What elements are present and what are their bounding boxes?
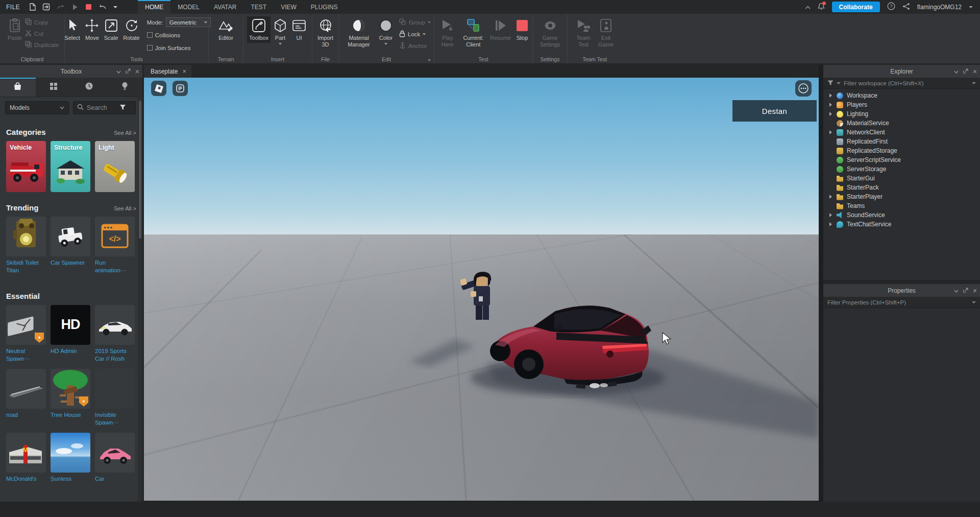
terrain-editor-button[interactable]: Editor <box>216 16 236 43</box>
asset-neutral-spawn[interactable]: ✦ Neutral Spawn··· <box>6 305 46 363</box>
tree-item-replicatedstorage[interactable]: ReplicatedStorage <box>823 146 980 155</box>
game-settings-button[interactable]: Game Settings <box>535 16 565 49</box>
lock-button[interactable]: Lock <box>399 29 431 39</box>
tree-item-players[interactable]: Players <box>823 100 980 109</box>
filter-funnel-icon[interactable] <box>119 103 126 112</box>
tree-item-starterplayer[interactable]: StarterPlayer <box>823 192 980 201</box>
tab-avatar[interactable]: AVATAR <box>207 0 243 14</box>
collapse-ribbon-icon[interactable] <box>805 4 811 11</box>
collisions-checkbox-row[interactable]: Collisions <box>147 30 211 40</box>
panel-splitter[interactable] <box>819 65 823 502</box>
category-card-vehicle[interactable]: Vehicle <box>6 141 46 192</box>
open-file-icon[interactable] <box>42 3 50 11</box>
expand-arrow-icon[interactable] <box>827 130 834 134</box>
tab-view[interactable]: VIEW <box>274 0 304 14</box>
expand-arrow-icon[interactable] <box>827 112 834 116</box>
player-avatar[interactable] <box>460 271 499 331</box>
tree-item-serverstorage[interactable]: ServerStorage <box>823 165 980 174</box>
properties-float-icon[interactable] <box>963 287 968 294</box>
collisions-checkbox[interactable] <box>147 32 153 38</box>
redo-icon[interactable] <box>57 4 65 11</box>
tree-item-serverscriptservice[interactable]: ServerScriptService <box>823 155 980 165</box>
car-model[interactable] <box>480 284 653 391</box>
team-test-button[interactable]: Team Test <box>573 16 594 49</box>
play-quick-icon[interactable] <box>71 4 79 11</box>
asset-mcdonalds[interactable]: M McDonald's <box>6 433 46 483</box>
join-surfaces-checkbox[interactable] <box>147 45 153 51</box>
toolbox-search-input[interactable] <box>87 104 116 111</box>
tab-close-icon[interactable]: × <box>182 67 186 75</box>
stop-button[interactable]: Stop <box>514 16 530 43</box>
tree-item-starterpack[interactable]: StarterPack <box>823 183 980 192</box>
explorer-titlebar[interactable]: Explorer × <box>823 65 980 78</box>
explorer-close-icon[interactable]: × <box>973 68 977 75</box>
color-button[interactable]: Color <box>377 16 395 46</box>
new-file-icon[interactable] <box>29 3 36 11</box>
categories-see-all-link[interactable]: See All > <box>114 130 136 136</box>
tree-item-lighting[interactable]: Lighting <box>823 109 980 119</box>
filter-funnel-icon[interactable] <box>827 79 834 88</box>
copy-button[interactable]: Copy <box>25 17 59 27</box>
leaderboard-more-button[interactable] <box>795 80 812 97</box>
properties-filter-row[interactable] <box>823 297 980 308</box>
asset-tree-house[interactable]: ✦ Tree House <box>51 369 90 427</box>
asset-car-spawner[interactable]: Car Spawner <box>51 217 90 274</box>
share-icon[interactable] <box>902 3 910 12</box>
duplicate-button[interactable]: Duplicate <box>25 40 59 50</box>
asset-hd-admin[interactable]: HD HD Admin <box>51 305 90 363</box>
expand-arrow-icon[interactable] <box>827 222 834 226</box>
category-card-light[interactable]: Light <box>95 141 135 192</box>
tree-item-soundservice[interactable]: SoundService <box>823 210 980 220</box>
import-3d-button[interactable]: Import 3D <box>314 16 336 49</box>
toolbox-close-icon[interactable]: × <box>135 68 139 75</box>
tree-item-textchatservice[interactable]: TextChatService <box>823 220 980 229</box>
explorer-collapse-icon[interactable] <box>954 68 959 75</box>
chat-button[interactable] <box>173 81 188 96</box>
toolbox-searchbox[interactable] <box>73 101 136 114</box>
username-label[interactable]: flamingoOMG12 <box>917 4 962 11</box>
current-client-button[interactable]: Current: Client <box>460 16 487 49</box>
tab-home[interactable]: HOME <box>138 0 170 14</box>
tab-model[interactable]: MODEL <box>170 0 207 14</box>
player-list[interactable]: Destan <box>732 100 817 122</box>
asset-road[interactable]: road <box>6 369 46 427</box>
tree-item-startergui[interactable]: StarterGui <box>823 174 980 183</box>
toolbox-tab-inventory[interactable] <box>36 78 71 97</box>
edit-group-expander-icon[interactable] <box>428 59 431 61</box>
lock-caret-icon[interactable] <box>423 33 426 35</box>
toolbox-scrollbar-thumb[interactable] <box>139 101 141 239</box>
models-dropdown[interactable]: Models <box>5 101 69 114</box>
collaborate-button[interactable]: Collaborate <box>832 2 880 12</box>
explorer-filter-input[interactable] <box>844 80 969 86</box>
tree-item-networkclient[interactable]: NetworkClient <box>823 128 980 137</box>
3d-scene[interactable]: Destan <box>144 78 819 501</box>
rotate-tool-button[interactable]: Rotate <box>121 16 141 43</box>
color-dropdown-caret-icon[interactable] <box>384 43 387 45</box>
part-button[interactable]: Part <box>272 16 289 46</box>
help-icon[interactable]: ? <box>887 2 895 12</box>
asset-skibidi-toilet-titan[interactable]: Skibidi Toilet Titan <box>6 217 46 274</box>
cut-button[interactable]: Cut <box>25 29 59 38</box>
tree-item-workspace[interactable]: Workspace <box>823 91 980 100</box>
undo-icon[interactable] <box>99 4 107 11</box>
asset-sunless[interactable]: Sunless <box>51 433 90 483</box>
file-menu-button[interactable]: FILE <box>0 0 27 14</box>
ui-button[interactable]: UI <box>290 16 308 43</box>
tab-baseplate[interactable]: Baseplate × <box>144 65 191 78</box>
exit-game-button[interactable]: Exit Game <box>595 16 617 49</box>
toolbox-scrollbar[interactable] <box>138 78 142 502</box>
toolbox-tab-marketplace[interactable] <box>0 78 36 97</box>
scale-tool-button[interactable]: Scale <box>102 16 120 43</box>
group-button[interactable]: Group <box>399 17 431 27</box>
tree-item-replicatedfirst[interactable]: ReplicatedFirst <box>823 137 980 146</box>
asset-invisible-spawn[interactable]: Invisible Spawn··· <box>95 369 135 427</box>
properties-titlebar[interactable]: Properties × <box>823 284 980 297</box>
asset-2019-sports-car[interactable]: 2019 Sports Car // Rosh <box>95 305 135 363</box>
paste-button[interactable]: Paste <box>6 16 24 43</box>
explorer-float-icon[interactable] <box>963 68 968 75</box>
qat-dropdown-icon[interactable] <box>113 6 117 8</box>
stop-quick-icon[interactable] <box>85 4 92 10</box>
account-dropdown-icon[interactable] <box>969 6 973 8</box>
expand-arrow-icon[interactable] <box>827 93 834 98</box>
mode-dropdown[interactable]: Geometric <box>166 17 211 27</box>
